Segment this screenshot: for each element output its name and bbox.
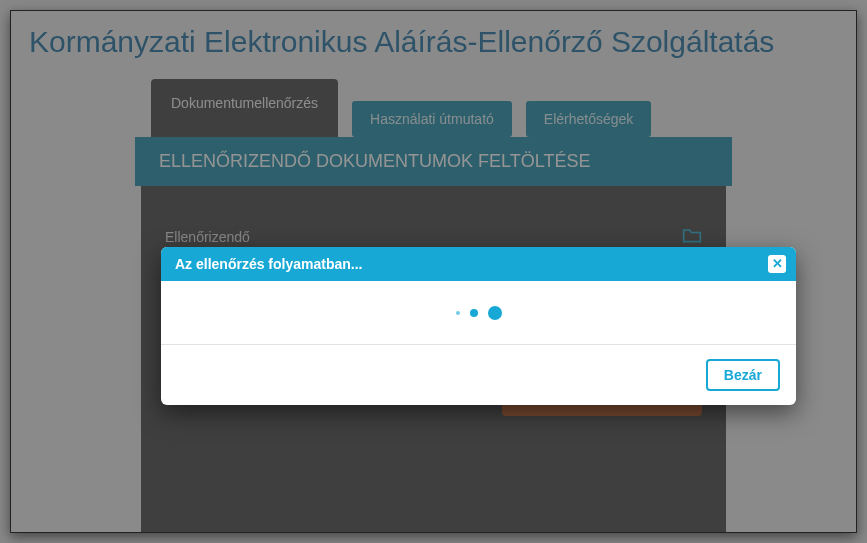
modal-close-x-button[interactable]: ✕	[768, 255, 786, 273]
loading-dot-icon	[470, 309, 478, 317]
modal-header: Az ellenőrzés folyamatban... ✕	[161, 247, 796, 281]
progress-modal: Az ellenőrzés folyamatban... ✕ Bezár	[161, 247, 796, 405]
modal-footer: Bezár	[161, 345, 796, 405]
modal-title: Az ellenőrzés folyamatban...	[175, 256, 363, 272]
modal-close-button[interactable]: Bezár	[706, 359, 780, 391]
close-icon: ✕	[772, 255, 783, 273]
loading-dot-icon	[456, 311, 460, 315]
modal-body	[161, 281, 796, 345]
loading-dot-icon	[488, 306, 502, 320]
app-window: Kormányzati Elektronikus Aláírás-Ellenőr…	[10, 10, 857, 533]
